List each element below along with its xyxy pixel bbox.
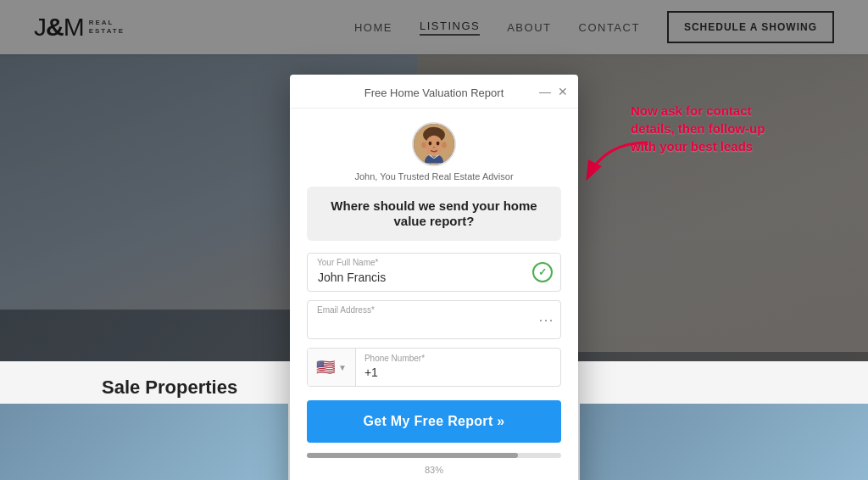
avatar-section: John, You Trusted Real Estate Advisor xyxy=(307,122,561,181)
question-box: Where should we send your home value rep… xyxy=(307,187,561,241)
annotation-arrow xyxy=(580,138,665,189)
modal-title: Free Home Valuation Report xyxy=(364,87,504,99)
full-name-label: Your Full Name* xyxy=(317,258,378,267)
question-text: Where should we send your home value rep… xyxy=(331,198,537,228)
modal-controls: — ✕ xyxy=(539,86,568,98)
annotation: Now ask for contact details, then follow… xyxy=(631,102,783,155)
email-dots-icon: ⋯ xyxy=(538,310,553,329)
chevron-down-icon: ▼ xyxy=(338,363,347,372)
progress-bar-wrap xyxy=(307,453,561,458)
full-name-group: Your Full Name* ✓ xyxy=(307,253,561,292)
advisor-label: John, You Trusted Real Estate Advisor xyxy=(354,171,513,181)
svg-point-2 xyxy=(426,136,442,156)
email-group: Email Address* ⋯ xyxy=(307,300,561,339)
avatar xyxy=(412,122,456,166)
phone-flag-selector[interactable]: 🇺🇸 ▼ xyxy=(308,349,356,386)
name-check-icon: ✓ xyxy=(532,262,553,282)
svg-point-5 xyxy=(429,142,432,146)
svg-point-3 xyxy=(421,142,426,148)
close-button[interactable]: ✕ xyxy=(558,86,568,98)
svg-point-4 xyxy=(442,142,447,148)
property-image-1 xyxy=(0,404,288,480)
property-image-3 xyxy=(580,404,868,480)
modal-body: John, You Trusted Real Estate Advisor Wh… xyxy=(290,109,578,480)
svg-point-6 xyxy=(437,142,440,146)
progress-label: 83% xyxy=(307,465,561,475)
phone-label: Phone Number* xyxy=(364,354,425,363)
minimize-button[interactable]: — xyxy=(539,86,551,98)
cta-button[interactable]: Get My Free Report » xyxy=(307,400,561,443)
modal-header: Free Home Valuation Report — ✕ xyxy=(290,75,578,109)
flag-emoji: 🇺🇸 xyxy=(316,358,335,377)
email-label: Email Address* xyxy=(317,305,375,315)
phone-input-wrap: Phone Number* xyxy=(356,349,560,386)
modal: Free Home Valuation Report — ✕ xyxy=(290,75,578,480)
phone-group: 🇺🇸 ▼ Phone Number* xyxy=(307,348,561,387)
avatar-image xyxy=(414,122,454,166)
phone-wrapper: 🇺🇸 ▼ Phone Number* xyxy=(307,348,561,387)
svg-point-7 xyxy=(433,147,436,148)
progress-bar xyxy=(307,453,518,458)
